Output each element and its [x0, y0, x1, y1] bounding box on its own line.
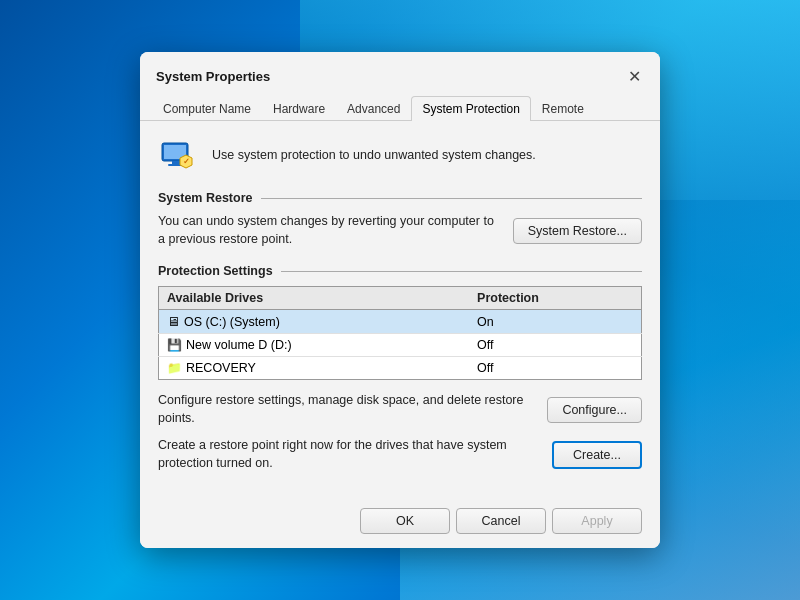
- tab-computer-name[interactable]: Computer Name: [152, 96, 262, 121]
- table-row[interactable]: New volume D (D:) Off: [159, 334, 642, 357]
- ok-button[interactable]: OK: [360, 508, 450, 534]
- dialog-title: System Properties: [156, 69, 270, 84]
- os-drive-icon: [167, 314, 184, 329]
- create-row: Create a restore point right now for the…: [158, 437, 642, 472]
- cancel-button[interactable]: Cancel: [456, 508, 546, 534]
- table-row[interactable]: RECOVERY Off: [159, 357, 642, 380]
- create-button[interactable]: Create...: [552, 441, 642, 469]
- create-description: Create a restore point right now for the…: [158, 437, 540, 472]
- system-restore-section: System Restore You can undo system chang…: [158, 191, 642, 248]
- drive-recovery-label: RECOVERY: [186, 361, 256, 375]
- close-button[interactable]: ✕: [620, 62, 648, 90]
- dialog-footer: OK Cancel Apply: [140, 498, 660, 548]
- dialog-content: ✓ Use system protection to undo unwanted…: [140, 121, 660, 498]
- tab-hardware[interactable]: Hardware: [262, 96, 336, 121]
- configure-row: Configure restore settings, manage disk …: [158, 392, 642, 427]
- drive-recovery-cell: RECOVERY: [159, 357, 470, 380]
- titlebar: System Properties ✕: [140, 52, 660, 90]
- header-description: Use system protection to undo unwanted s…: [212, 147, 536, 165]
- drive-d-protection: Off: [469, 334, 641, 357]
- system-protection-icon: ✓: [158, 135, 200, 177]
- table-row[interactable]: OS (C:) (System) On: [159, 310, 642, 334]
- system-restore-button[interactable]: System Restore...: [513, 218, 642, 244]
- header-section: ✓ Use system protection to undo unwanted…: [158, 135, 642, 177]
- apply-button[interactable]: Apply: [552, 508, 642, 534]
- restore-body: You can undo system changes by reverting…: [158, 213, 642, 248]
- tab-remote[interactable]: Remote: [531, 96, 595, 121]
- drive-recovery-protection: Off: [469, 357, 641, 380]
- tab-system-protection[interactable]: System Protection: [411, 96, 530, 121]
- protection-settings-header: Protection Settings: [158, 264, 642, 278]
- restore-description: You can undo system changes by reverting…: [158, 213, 501, 248]
- tab-advanced[interactable]: Advanced: [336, 96, 411, 121]
- volume-drive-icon: [167, 338, 186, 352]
- recovery-drive-icon: [167, 361, 186, 375]
- system-properties-dialog: System Properties ✕ Computer Name Hardwa…: [140, 52, 660, 548]
- col-available-drives: Available Drives: [159, 287, 470, 310]
- configure-description: Configure restore settings, manage disk …: [158, 392, 535, 427]
- col-protection: Protection: [469, 287, 641, 310]
- tab-bar: Computer Name Hardware Advanced System P…: [140, 90, 660, 121]
- drive-os-label: OS (C:) (System): [184, 315, 280, 329]
- protection-settings-label: Protection Settings: [158, 264, 273, 278]
- svg-text:✓: ✓: [183, 157, 190, 166]
- drive-d-cell: New volume D (D:): [159, 334, 470, 357]
- protection-settings-section: Protection Settings Available Drives Pro…: [158, 264, 642, 472]
- svg-rect-2: [172, 161, 180, 164]
- table-header-row: Available Drives Protection: [159, 287, 642, 310]
- system-restore-header: System Restore: [158, 191, 642, 205]
- drives-table: Available Drives Protection OS (C:) (Sys…: [158, 286, 642, 380]
- configure-button[interactable]: Configure...: [547, 397, 642, 423]
- section-divider: [261, 198, 643, 199]
- section-divider-2: [281, 271, 642, 272]
- system-restore-label: System Restore: [158, 191, 253, 205]
- drive-d-label: New volume D (D:): [186, 338, 292, 352]
- drive-os-cell: OS (C:) (System): [159, 310, 470, 334]
- drive-os-protection: On: [469, 310, 641, 334]
